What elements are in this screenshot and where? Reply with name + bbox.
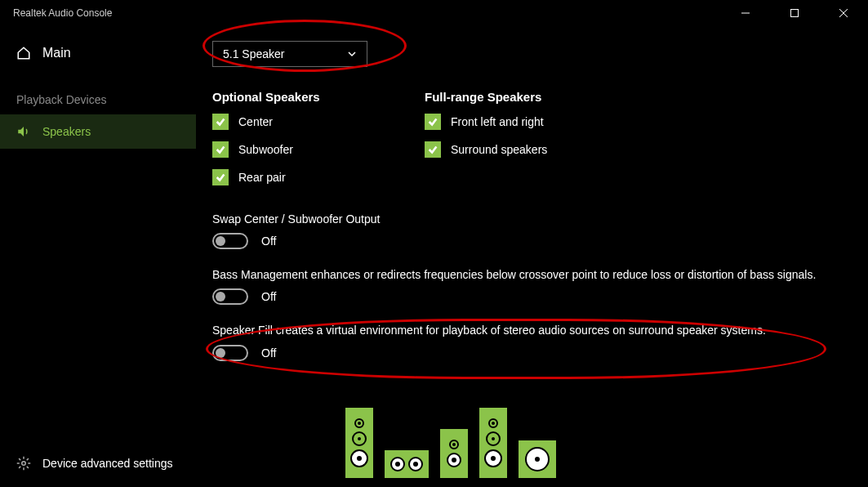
sidebar-main[interactable]: Main xyxy=(0,41,196,65)
check-rear-pair: Rear pair xyxy=(212,169,392,185)
bass-toggle-state: Off xyxy=(261,290,276,303)
sidebar-main-label: Main xyxy=(42,46,71,60)
close-button[interactable] xyxy=(827,2,860,25)
checkbox-rear-pair[interactable] xyxy=(212,169,229,185)
fullrange-speakers-header: Full-range Speakers xyxy=(425,90,547,104)
check-subwoofer: Subwoofer xyxy=(212,141,392,158)
sidebar-advanced-label: Device advanced settings xyxy=(42,457,173,470)
check-surround: Surround speakers xyxy=(425,141,547,158)
speaker-center-icon[interactable] xyxy=(382,448,431,480)
check-front-lr: Front left and right xyxy=(425,114,547,130)
bass-setting-desc: Bass Management enhances or redirects fr… xyxy=(212,267,852,282)
swap-toggle-state: Off xyxy=(261,235,276,248)
home-icon xyxy=(16,46,31,60)
swap-toggle[interactable] xyxy=(212,233,248,249)
checkbox-front-lr[interactable] xyxy=(425,114,441,130)
speaker-icon xyxy=(16,124,31,139)
check-center: Center xyxy=(212,114,392,130)
sidebar-item-speakers[interactable]: Speakers xyxy=(0,114,196,149)
sidebar-item-label: Speakers xyxy=(42,125,91,138)
optional-speakers-header: Optional Speakers xyxy=(212,90,392,104)
svg-point-4 xyxy=(22,462,26,466)
minimize-button[interactable] xyxy=(729,2,762,25)
checkbox-subwoofer-label: Subwoofer xyxy=(238,143,293,156)
checkbox-center[interactable] xyxy=(212,114,229,130)
app-title: Realtek Audio Console xyxy=(13,7,112,19)
checkbox-surround[interactable] xyxy=(425,141,441,158)
fill-toggle-state: Off xyxy=(261,346,276,360)
fill-toggle[interactable] xyxy=(212,345,248,361)
speaker-front-right-icon[interactable] xyxy=(477,405,510,480)
speaker-layout-diagram xyxy=(343,405,559,480)
checkbox-center-label: Center xyxy=(238,115,273,128)
speaker-front-left-icon[interactable] xyxy=(343,405,376,480)
sidebar-section-playback: Playback Devices xyxy=(0,88,196,111)
maximize-button[interactable] xyxy=(778,2,811,25)
chevron-down-icon xyxy=(347,49,357,59)
dropdown-selected: 5.1 Speaker xyxy=(223,47,285,60)
fill-setting-desc: Speaker Fill creates a virtual environme… xyxy=(212,323,852,337)
swap-setting-desc: Swap Center / Subwoofer Output xyxy=(212,212,852,226)
gear-icon xyxy=(16,456,31,471)
bass-toggle[interactable] xyxy=(212,288,248,305)
speaker-config-dropdown[interactable]: 5.1 Speaker xyxy=(212,41,367,67)
checkbox-subwoofer[interactable] xyxy=(212,141,229,158)
speaker-subwoofer-icon[interactable] xyxy=(516,438,559,480)
svg-rect-1 xyxy=(791,10,799,17)
sidebar-item-advanced[interactable]: Device advanced settings xyxy=(0,451,189,476)
checkbox-rear-pair-label: Rear pair xyxy=(238,171,286,184)
checkbox-front-lr-label: Front left and right xyxy=(451,115,544,128)
checkbox-surround-label: Surround speakers xyxy=(451,143,547,156)
speaker-rear-left-icon[interactable] xyxy=(438,427,470,480)
